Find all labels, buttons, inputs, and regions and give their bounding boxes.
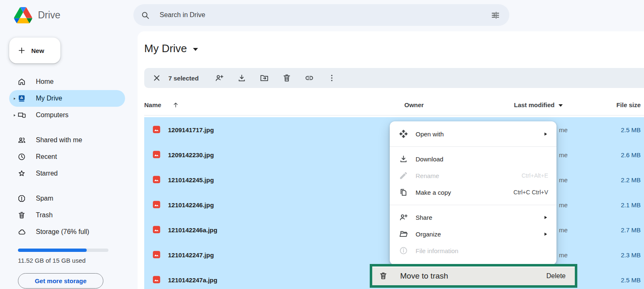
sidebar-item-computers[interactable]: Computers	[9, 107, 125, 123]
page-title: My Drive	[144, 42, 187, 55]
trash-icon	[282, 73, 291, 83]
storage-block: 11.52 GB of 15 GB used Get more storage	[0, 249, 138, 289]
menu-item-organize[interactable]: Organize	[390, 226, 556, 242]
get-more-storage-button[interactable]: Get more storage	[18, 273, 103, 289]
image-file-icon	[152, 125, 161, 134]
share-add-person-button[interactable]	[208, 70, 231, 86]
sidebar-item-storage-76-full[interactable]: Storage (76% full)	[9, 224, 125, 240]
sidebar-section: Spam Trash Storage (76% full)	[9, 190, 138, 240]
image-file-icon	[152, 175, 161, 184]
file-name: 1210142247a.jpg	[168, 276, 217, 284]
sidebar-item-home[interactable]: Home	[9, 73, 125, 90]
tune-icon	[491, 11, 500, 20]
copy-link-button[interactable]	[298, 70, 321, 86]
menu-item-open-with[interactable]: Open with	[390, 126, 556, 142]
menu-item-make-a-copy[interactable]: Make a copy Ctrl+C Ctrl+V	[390, 184, 556, 201]
menu-item-download[interactable]: Download	[390, 151, 556, 167]
menu-section: Download Rename Ctrl+Alt+E Make a copy C…	[390, 146, 556, 201]
file-size: 2.7 MB	[621, 226, 641, 234]
storage-usage-text: 11.52 GB of 15 GB used	[18, 257, 138, 264]
cloud-icon	[18, 228, 26, 236]
clock-icon	[18, 153, 26, 161]
download-button[interactable]	[231, 70, 253, 86]
file-name: 1210142246.jpg	[168, 201, 214, 209]
menu-item-rename: Rename Ctrl+Alt+E	[390, 167, 556, 184]
folder-open-icon	[399, 229, 408, 239]
search-filters-button[interactable]	[487, 7, 504, 23]
toolbar-actions	[208, 70, 343, 86]
selected-count: 7 selected	[168, 75, 199, 82]
sidebar-item-trash[interactable]: Trash	[9, 207, 125, 224]
home-icon	[18, 78, 26, 86]
submenu-arrow-icon	[543, 231, 548, 237]
download-icon	[237, 73, 246, 83]
new-button[interactable]: New	[9, 38, 60, 63]
move-to-folder-button[interactable]	[253, 70, 276, 86]
move-to-trash-label: Move to trash	[400, 271, 546, 281]
menu-section: Open with	[390, 126, 556, 142]
column-header-owner[interactable]: Owner	[404, 95, 424, 115]
file-owner: me	[559, 151, 568, 158]
expand-arrow-icon[interactable]	[11, 97, 18, 101]
column-header-last-modified[interactable]: Last modified	[514, 95, 563, 115]
sidebar-nav: Home My Drive Computers Shared with me R…	[0, 73, 138, 240]
file-size: 2.2 MB	[621, 176, 641, 183]
file-size: 2.6 MB	[621, 151, 641, 158]
move-to-trash-button[interactable]	[276, 70, 298, 86]
mydrive-icon	[18, 94, 26, 103]
app-name: Drive	[38, 10, 60, 21]
file-size: 2.3 MB	[621, 251, 641, 259]
plus-icon	[18, 46, 26, 55]
selection-toolbar: 7 selected	[144, 68, 644, 88]
menu-section: Share Organize File information	[390, 205, 556, 259]
computers-icon	[18, 111, 26, 119]
star-icon	[18, 169, 26, 178]
sidebar-item-starred[interactable]: Starred	[9, 165, 125, 182]
spam-icon	[18, 194, 26, 203]
search-icon	[141, 11, 150, 20]
search-bar[interactable]	[133, 4, 509, 26]
move-to-trash-shortcut: Delete	[546, 272, 566, 280]
menu-item-file-information: File information	[390, 242, 556, 259]
sidebar-item-spam[interactable]: Spam	[9, 190, 125, 207]
trash-icon	[379, 271, 388, 280]
image-file-icon	[152, 150, 161, 159]
close-icon	[152, 73, 161, 83]
drive-logo-row: Drive	[0, 0, 138, 24]
get-more-storage-label: Get more storage	[35, 277, 86, 284]
menu-item-move-to-trash[interactable]: Move to trash Delete	[370, 264, 577, 288]
folder-move-icon	[260, 73, 269, 83]
more-options-button[interactable]	[321, 70, 343, 86]
trash-icon	[18, 211, 26, 219]
table-header: Name Owner Last modified File size	[144, 95, 644, 116]
clear-selection-button[interactable]	[148, 70, 165, 86]
file-owner: me	[559, 226, 568, 234]
sidebar-item-shared-with-me[interactable]: Shared with me	[9, 132, 125, 148]
search-input[interactable]	[159, 11, 487, 19]
info-icon	[399, 246, 408, 255]
column-header-name[interactable]: Name	[144, 95, 179, 115]
sidebar-section: Shared with me Recent Starred	[9, 132, 138, 182]
person-add-icon	[399, 213, 408, 222]
storage-progress-fill	[18, 249, 87, 252]
storage-progress-bar	[18, 249, 108, 252]
expand-arrow-icon[interactable]	[11, 113, 18, 117]
image-file-icon	[152, 275, 161, 284]
image-file-icon	[152, 225, 161, 234]
sidebar-item-recent[interactable]: Recent	[9, 148, 125, 165]
file-owner: me	[559, 251, 568, 259]
caret-down-icon	[193, 48, 198, 51]
file-name: 1209142230.jpg	[168, 151, 214, 158]
sidebar-item-my-drive[interactable]: My Drive	[9, 90, 125, 107]
image-file-icon	[152, 200, 161, 209]
sort-ascending-icon	[172, 101, 179, 108]
copy-icon	[399, 188, 408, 197]
new-button-label: New	[31, 47, 44, 54]
column-header-file-size[interactable]: File size	[616, 95, 641, 115]
menu-item-share[interactable]: Share	[390, 209, 556, 226]
sidebar-section: Home My Drive Computers	[9, 73, 138, 123]
page-title-dropdown[interactable]: My Drive	[144, 42, 198, 55]
person-add-icon	[215, 73, 224, 83]
submenu-arrow-icon	[543, 131, 548, 137]
file-size: 2.5 MB	[621, 126, 641, 133]
